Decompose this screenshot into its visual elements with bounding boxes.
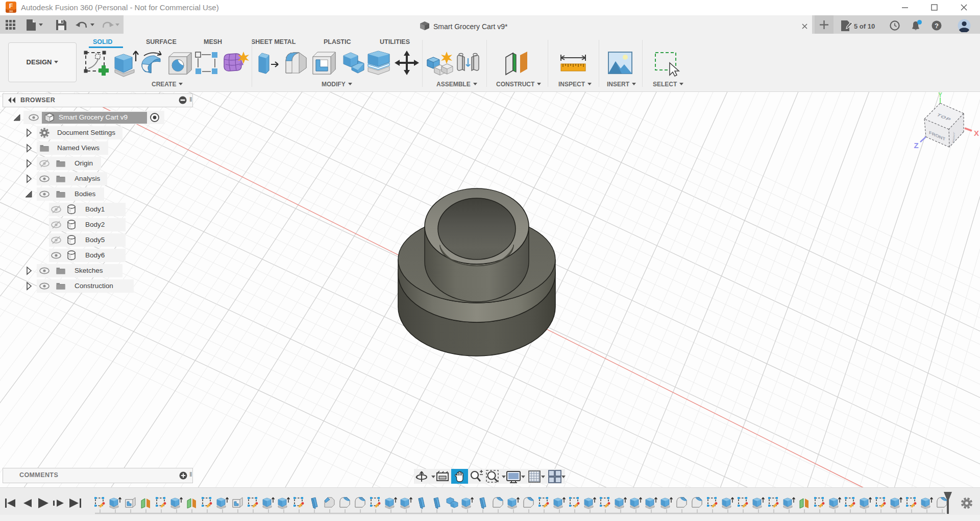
svg-text:360: 360 <box>9 10 13 13</box>
svg-text:Z: Z <box>914 141 918 150</box>
svg-text:?: ? <box>935 22 939 30</box>
svg-text:F: F <box>9 3 13 10</box>
svg-text:X: X <box>974 129 979 137</box>
svg-text:Y: Y <box>938 92 942 99</box>
